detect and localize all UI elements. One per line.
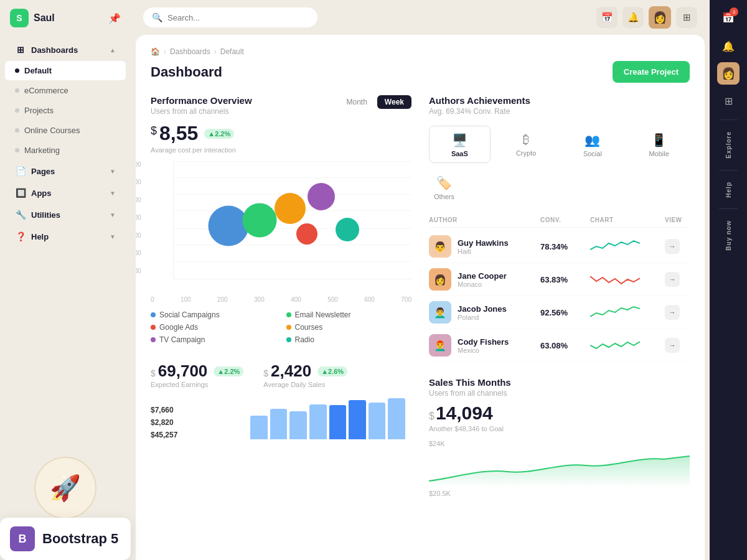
author-name: Guy Hawkins <box>458 238 509 248</box>
conv-value: 92.56% <box>540 308 590 317</box>
topbar-actions: 📅 🔔 👩 ⊞ <box>596 6 697 29</box>
legend-courses: Courses <box>286 323 412 332</box>
sidebar-item-ecommerce[interactable]: eCommerce <box>5 81 126 100</box>
grid-line <box>174 261 411 262</box>
view-button[interactable]: → <box>665 305 680 320</box>
earnings-side-values: $7,660 $2,820 $45,257 <box>151 406 234 439</box>
avatar: 👨‍🦰 <box>429 334 451 357</box>
col-author: AUTHOR <box>429 217 540 223</box>
col-conv: CONV. <box>540 217 590 223</box>
user-panel-avatar[interactable]: 👩 <box>717 62 740 85</box>
user-avatar-button[interactable]: 👩 <box>649 6 671 29</box>
performance-panel: Performance Overview Users from all chan… <box>151 95 411 497</box>
tab-mobile-label: Mobile <box>649 150 669 157</box>
sidebar-item-pages[interactable]: 📄 Pages ▼ <box>5 161 126 182</box>
tab-month[interactable]: Month <box>339 95 375 109</box>
bubble-radio <box>336 218 359 241</box>
breadcrumb: 🏠 › Dashboards › Default <box>151 47 690 56</box>
panel-divider <box>719 208 738 209</box>
main-area: 🔍 📅 🔔 👩 ⊞ 🏠 › Dashboards › Default Dashb… <box>131 0 710 560</box>
sidebar-item-utilities[interactable]: 🔧 Utilities ▼ <box>5 204 126 225</box>
pages-icon: 📄 <box>15 166 26 177</box>
breadcrumb-home[interactable]: 🏠 <box>151 47 160 56</box>
tab-others[interactable]: 🏷️ Others <box>429 170 459 205</box>
sidebar-item-help[interactable]: ❓ Help ▼ <box>5 226 126 247</box>
legend-dot <box>286 325 291 330</box>
search-box[interactable]: 🔍 <box>143 7 317 27</box>
tab-crypto-label: Crypto <box>516 149 536 157</box>
apps-icon: 🔲 <box>15 187 26 198</box>
pin-icon[interactable]: 📌 <box>108 12 121 24</box>
nav-dot <box>15 128 19 133</box>
logo-area: S Saul 📌 <box>0 0 131 36</box>
tab-week[interactable]: Week <box>377 95 411 109</box>
grid-button[interactable]: ⊞ <box>676 7 697 28</box>
perf-header: Performance Overview Users from all chan… <box>151 95 411 116</box>
bell-panel-btn[interactable]: 🔔 <box>716 34 741 58</box>
earn-prefix: $ <box>263 368 268 378</box>
create-project-button[interactable]: Create Project <box>613 61 690 83</box>
earn-item-1: $ 69,700 ▲2.2% Expected Earnings <box>151 362 243 388</box>
avatar: 👨 <box>429 235 451 258</box>
bar-5 <box>329 405 347 439</box>
earn-prefix: $ <box>151 368 156 378</box>
legend-dot <box>286 312 291 317</box>
breadcrumb-dashboards[interactable]: Dashboards <box>170 47 210 56</box>
sales-value: 14,094 <box>436 403 493 424</box>
legend-label: Radio <box>295 335 314 344</box>
sidebar-item-marketing[interactable]: Marketing <box>5 141 126 160</box>
tab-social[interactable]: 👥 Social <box>562 126 624 163</box>
tab-saas[interactable]: 🖥️ SaaS <box>429 126 491 163</box>
author-info: 👨 Guy Hawkins Haiti <box>429 235 540 258</box>
bubble-google <box>275 193 306 224</box>
panel-divider <box>719 119 738 120</box>
grid-panel-btn[interactable]: ⊞ <box>716 88 741 113</box>
calendar-panel-btn[interactable]: 📅 3 <box>716 5 741 30</box>
nav-dot <box>15 88 19 93</box>
grid-line <box>174 245 411 245</box>
sidebar-item-default[interactable]: Default <box>5 61 126 80</box>
sales-chart: $24K $20.5K <box>429 440 690 497</box>
authors-title: Authors Achievements <box>429 95 530 106</box>
explore-label[interactable]: Explore <box>725 126 732 164</box>
view-button[interactable]: → <box>665 338 680 353</box>
tab-crypto[interactable]: ₿ Crypto <box>496 126 557 163</box>
mini-chart <box>590 237 665 256</box>
sidebar-item-apps[interactable]: 🔲 Apps ▼ <box>5 182 126 203</box>
metric-prefix: $ <box>151 124 157 138</box>
author-country: Poland <box>458 314 507 321</box>
earnings-chart-row: $7,660 $2,820 $45,257 <box>151 396 411 439</box>
chart-svg <box>590 237 640 256</box>
sidebar-item-dashboards[interactable]: ⊞ Dashboards ▲ <box>5 39 126 60</box>
notification-button[interactable]: 🔔 <box>622 7 644 28</box>
tab-mobile[interactable]: 📱 Mobile <box>628 126 690 163</box>
calendar-button[interactable]: 📅 <box>596 7 618 28</box>
sales-title: Sales This Months <box>429 377 511 388</box>
bar-chart-container <box>244 396 411 439</box>
sidebar: S Saul 📌 ⊞ Dashboards ▲ Default eCommerc… <box>0 0 131 560</box>
buy-now-label[interactable]: Buy now <box>725 215 732 256</box>
chevron-icon: ▼ <box>110 190 116 197</box>
chevron-icon: ▼ <box>110 168 116 175</box>
sidebar-item-projects[interactable]: Projects <box>5 101 126 120</box>
sidebar-item-online-courses[interactable]: Online Courses <box>5 121 126 140</box>
logo-icon: S <box>10 9 29 27</box>
search-icon: 🔍 <box>152 12 162 22</box>
authors-title-group: Authors Achievements Avg. 69.34% Conv. R… <box>429 95 530 116</box>
breadcrumb-sep2: › <box>214 47 217 56</box>
sales-chart-svg <box>429 450 690 487</box>
col-view: VIEW <box>665 217 690 223</box>
x-axis-labels: 0 100 200 300 400 500 600 700 <box>151 296 411 303</box>
category-tabs: 🖥️ SaaS ₿ Crypto 👥 Social 📱 Mobile <box>429 126 690 163</box>
search-input[interactable] <box>167 13 309 22</box>
help-label[interactable]: Help <box>725 177 732 203</box>
author-country: Mexico <box>458 347 509 354</box>
topbar: 🔍 📅 🔔 👩 ⊞ <box>131 0 710 35</box>
chart-svg <box>590 303 640 322</box>
view-button[interactable]: → <box>665 239 680 254</box>
legend-label: Email Newsletter <box>295 310 351 319</box>
view-button[interactable]: → <box>665 272 680 287</box>
table-row: 👨‍🦱 Jacob Jones Poland 92.56% → <box>429 296 690 329</box>
tab-social-label: Social <box>583 150 602 157</box>
sales-title-group: Sales This Months Users from all channel… <box>429 377 511 398</box>
